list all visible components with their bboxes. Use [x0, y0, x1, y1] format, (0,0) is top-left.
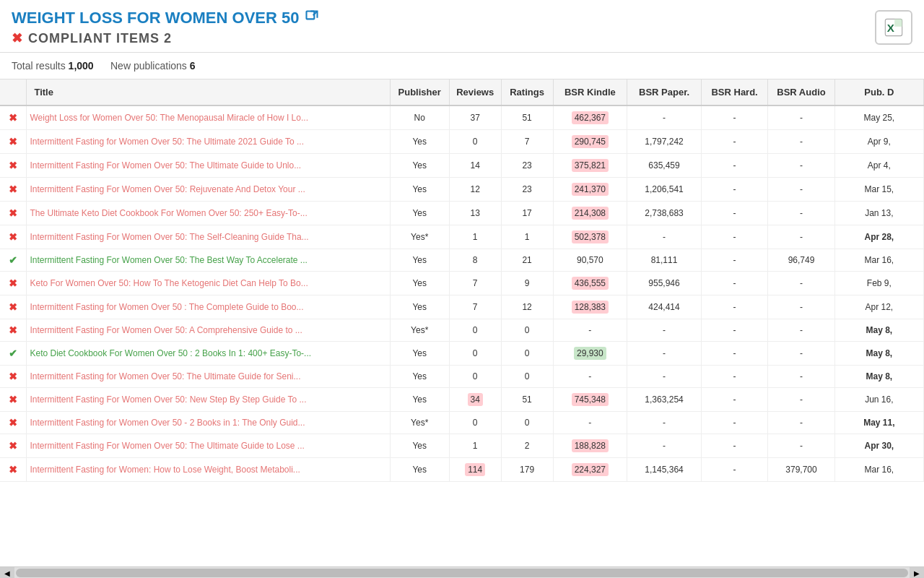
row-pub-date: Mar 16, — [834, 249, 923, 272]
row-reviews: 1 — [449, 225, 501, 249]
row-publisher: Yes — [390, 154, 449, 178]
row-pub-date: May 11, — [834, 412, 923, 434]
scroll-right-arrow[interactable]: ▶ — [910, 567, 924, 578]
table-row: ✖Keto For Women Over 50: How To The Keto… — [0, 272, 924, 296]
scroll-left-arrow[interactable]: ◀ — [0, 567, 14, 578]
row-ratings: 17 — [501, 202, 553, 225]
row-bsr-hard: - — [701, 296, 767, 319]
row-bsr-kindle: 214,308 — [553, 202, 627, 225]
row-title[interactable]: Intermittent Fasting For Women Over 50: … — [27, 249, 390, 272]
row-title[interactable]: Intermittent Fasting for Women Over 50: … — [27, 366, 390, 388]
row-title[interactable]: Intermittent Fasting for Women Over 50 -… — [27, 412, 390, 434]
row-publisher: Yes — [390, 130, 449, 154]
row-bsr-kindle: 90,570 — [553, 249, 627, 272]
row-bsr-audio: - — [768, 434, 834, 458]
row-bsr-kindle: - — [553, 412, 627, 434]
row-publisher: Yes — [390, 202, 449, 225]
new-publications-label: New publications — [110, 60, 187, 72]
total-results-value: 1,000 — [69, 60, 94, 72]
header: WEIGHT LOSS FOR WOMEN OVER 50 ✖ COMPLIAN… — [0, 0, 924, 53]
external-link-icon[interactable] — [305, 9, 319, 27]
row-title[interactable]: Intermittent Fasting For Women Over 50: … — [27, 178, 390, 202]
row-title[interactable]: Intermittent Fasting For Women Over 50: … — [27, 154, 390, 178]
row-bsr-hard: - — [701, 388, 767, 412]
row-bsr-hard: - — [701, 249, 767, 272]
page-title: WEIGHT LOSS FOR WOMEN OVER 50 — [12, 9, 299, 27]
row-title[interactable]: Intermittent Fasting For Women Over 50: … — [27, 434, 390, 458]
row-title[interactable]: Weight Loss for Women Over 50: The Menop… — [27, 105, 390, 130]
col-header-bsr-audio[interactable]: BSR Audio — [768, 79, 834, 105]
col-header-bsr-kindle[interactable]: BSR Kindle — [553, 79, 627, 105]
scrollbar-thumb[interactable] — [16, 569, 908, 577]
col-header-publisher[interactable]: Publisher — [390, 79, 449, 105]
row-title[interactable]: Intermittent Fasting For Women Over 50: … — [27, 225, 390, 249]
row-title[interactable]: Intermittent Fasting for Women Over 50: … — [27, 130, 390, 154]
table-wrapper: Title Publisher Reviews Ratings BSR Kind… — [0, 79, 924, 482]
horizontal-scrollbar[interactable]: ◀ ▶ — [0, 566, 924, 578]
row-ratings: 51 — [501, 388, 553, 412]
row-reviews: 114 — [449, 458, 501, 482]
title-row: WEIGHT LOSS FOR WOMEN OVER 50 ✖ COMPLIAN… — [12, 9, 912, 46]
col-header-bsr-hard[interactable]: BSR Hard. — [701, 79, 767, 105]
row-pub-date: Mar 15, — [834, 178, 923, 202]
row-bsr-hard: - — [701, 105, 767, 130]
excel-export-button[interactable]: X — [875, 10, 912, 45]
row-ratings: 9 — [501, 272, 553, 296]
col-header-pub-date[interactable]: Pub. D — [834, 79, 923, 105]
col-header-title[interactable]: Title — [27, 79, 390, 105]
row-bsr-audio: - — [768, 319, 834, 342]
row-bsr-kindle: 375,821 — [553, 154, 627, 178]
row-publisher: Yes — [390, 342, 449, 366]
row-title[interactable]: Intermittent Fasting for Women: How to L… — [27, 458, 390, 482]
col-header-ratings[interactable]: Ratings — [501, 79, 553, 105]
row-bsr-paper: 955,946 — [627, 272, 702, 296]
row-bsr-audio: 379,700 — [768, 458, 834, 482]
total-results-label: Total results — [12, 60, 66, 72]
row-bsr-hard: - — [701, 225, 767, 249]
row-pub-date: May 25, — [834, 105, 923, 130]
table-header-row: Title Publisher Reviews Ratings BSR Kind… — [0, 79, 924, 105]
row-title[interactable]: Keto For Women Over 50: How To The Ketog… — [27, 272, 390, 296]
col-header-bsr-paper[interactable]: BSR Paper. — [627, 79, 702, 105]
row-status-icon: ✖ — [0, 388, 27, 412]
row-title[interactable]: Keto Diet Cookbook For Women Over 50 : 2… — [27, 342, 390, 366]
row-title[interactable]: The Ultimate Keto Diet Cookbook For Wome… — [27, 202, 390, 225]
row-title[interactable]: Intermittent Fasting For Women Over 50: … — [27, 319, 390, 342]
row-bsr-hard: - — [701, 458, 767, 482]
col-header-icon — [0, 79, 27, 105]
col-header-reviews[interactable]: Reviews — [449, 79, 501, 105]
svg-rect-4 — [894, 19, 902, 26]
row-title[interactable]: Intermittent Fasting for Women Over 50 :… — [27, 296, 390, 319]
table-row: ✖Intermittent Fasting for Women Over 50:… — [0, 130, 924, 154]
row-status-icon: ✖ — [0, 296, 27, 319]
row-reviews: 34 — [449, 388, 501, 412]
table-row: ✖Intermittent Fasting For Women Over 50:… — [0, 178, 924, 202]
main-container: WEIGHT LOSS FOR WOMEN OVER 50 ✖ COMPLIAN… — [0, 0, 924, 578]
row-reviews: 8 — [449, 249, 501, 272]
row-publisher: No — [390, 105, 449, 130]
row-bsr-paper: 1,206,541 — [627, 178, 702, 202]
new-publications-value: 6 — [190, 60, 196, 72]
row-ratings: 51 — [501, 105, 553, 130]
row-bsr-paper: - — [627, 366, 702, 388]
table-row: ✖The Ultimate Keto Diet Cookbook For Wom… — [0, 202, 924, 225]
row-status-icon: ✖ — [0, 319, 27, 342]
row-bsr-paper: - — [627, 412, 702, 434]
row-publisher: Yes* — [390, 412, 449, 434]
row-status-icon: ✔ — [0, 249, 27, 272]
row-publisher: Yes — [390, 272, 449, 296]
row-bsr-audio: - — [768, 130, 834, 154]
row-ratings: 23 — [501, 154, 553, 178]
row-bsr-paper: - — [627, 434, 702, 458]
row-reviews: 0 — [449, 342, 501, 366]
row-bsr-audio: - — [768, 412, 834, 434]
results-table: Title Publisher Reviews Ratings BSR Kind… — [0, 79, 924, 482]
summary-bar: Total results 1,000 New publications 6 — [0, 53, 924, 79]
row-pub-date: Apr 12, — [834, 296, 923, 319]
row-pub-date: May 8, — [834, 342, 923, 366]
row-bsr-kindle: 241,370 — [553, 178, 627, 202]
row-title[interactable]: Intermittent Fasting For Women Over 50: … — [27, 388, 390, 412]
row-bsr-audio: - — [768, 105, 834, 130]
row-status-icon: ✖ — [0, 130, 27, 154]
row-bsr-hard: - — [701, 412, 767, 434]
